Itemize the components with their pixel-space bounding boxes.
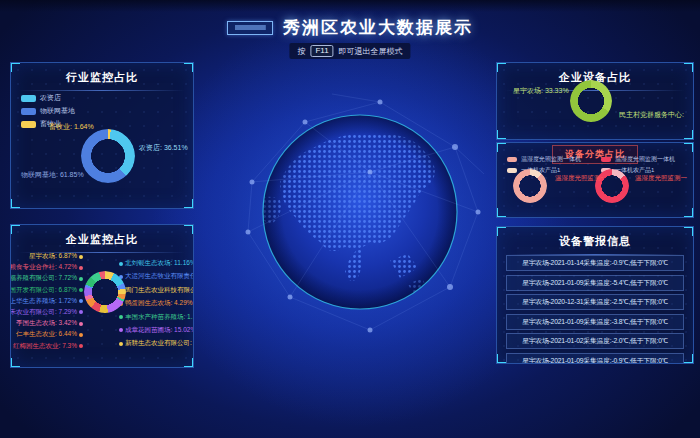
chart-label: 大运河生态牧业有限责任公 (119, 272, 193, 281)
chart-label: 新耕生态农业有限公司: 6.87% (119, 339, 193, 348)
legend-swatch (507, 168, 517, 173)
chart-label-category-left: 温湿度光照监测一 (555, 174, 603, 183)
chart-label-dot (79, 322, 83, 326)
chart-label: 红梅园生态农业: 7.3% (11, 342, 83, 351)
chart-label: 国开发有限公司: 6.87% (11, 286, 83, 295)
chart-label-dot (79, 333, 83, 337)
hint-prefix: 按 (297, 46, 305, 57)
chart-label-dot (79, 255, 83, 259)
chart-label-text: 星宇农场: 6.87% (29, 252, 77, 261)
chart-label-text: 成章花园苗圃场: 15.02% (125, 326, 193, 335)
chart-label-dot (119, 315, 123, 319)
chart-label: 季国生态农场: 3.42% (11, 319, 83, 328)
enterprise-labels-left: 星宇农场: 6.87% 彩虹粮食专业合作社: 4.72% 家福养殖有限公司: 7… (11, 252, 83, 351)
chart-label: 中禾农业有限公司: 7.29% (11, 308, 83, 317)
chart-label-xingyu-farm: 星宇农场: 33.33% (513, 86, 569, 96)
chart-label-dot (79, 299, 83, 303)
chart-label-text: 新耕生态农业有限公司: 6.87% (125, 339, 193, 348)
globe-continents (256, 115, 457, 309)
chart-label-dot (119, 262, 123, 266)
header: 秀洲区农业大数据展示 (0, 16, 700, 39)
legend-label: 农资店 (40, 93, 61, 103)
alert-row: 星宇农场-2020-12-31采集温度:-2.5℃,低于下限:0℃ (506, 294, 684, 310)
legend-label: 温湿度光照监测一体机 (521, 155, 581, 164)
chart-label: 北刘银生态农场: 11.16% (119, 259, 193, 268)
alert-row: 星宇农场-2021-01-09采集温度:-3.8℃,低于下限:0℃ (506, 314, 684, 330)
chart-label-text: 仁丰生态农业: 6.44% (16, 330, 77, 339)
chart-label-dot (79, 344, 83, 348)
legend-label: 物联网基地 (40, 106, 75, 116)
legend-item[interactable]: 农资店 (21, 93, 75, 103)
legend-item[interactable]: 物联网基地 (21, 106, 75, 116)
chart-label: 成章花园苗圃场: 15.02% (119, 326, 193, 335)
industry-donut-chart[interactable] (81, 129, 135, 183)
panel-device-share: 企业设备占比 星宇农场: 33.33% 民主村党群服务中心: (496, 62, 694, 140)
chart-label-dot (79, 277, 83, 281)
chart-label-text: 中禾农业有限公司: 7.29% (11, 308, 77, 317)
chart-label-text: 彩虹粮食专业合作社: 4.72% (11, 263, 77, 272)
legend-item[interactable]: 温湿度光照监测一体机 (601, 155, 675, 164)
chart-label-dot (79, 310, 83, 314)
chart-label-livestock: 畜牧业: 1.64% (49, 122, 94, 132)
alert-list: 星宇农场-2021-01-14采集温度:-0.9℃,低于下限:0℃ 星宇农场-2… (506, 255, 684, 364)
legend-swatch (21, 95, 36, 102)
legend-item[interactable]: 温湿度光照监测一体机 (507, 155, 581, 164)
chart-label-text: 上华生态养殖场: 1.72% (11, 297, 77, 306)
panel-title-alerts: 设备警报信息 (497, 227, 693, 254)
chart-label-category-right: 温湿度光照监测一 (635, 174, 691, 183)
globe-visualization (212, 64, 508, 360)
chart-label: 丰国水产种苗养殖场: 1. (119, 313, 193, 322)
hint-suffix: 即可退出全屏模式 (339, 46, 403, 57)
chart-label-text: 家福养殖有限公司: 7.72% (11, 274, 77, 283)
chart-label-dot (119, 342, 123, 346)
title-divider (19, 90, 185, 91)
chart-label-text: 国开发有限公司: 6.87% (11, 286, 77, 295)
chart-label: 上华生态养殖场: 1.72% (11, 297, 83, 306)
chart-label-iot-base: 物联网基地: 61.85% (21, 170, 84, 180)
enterprise-labels-right: 北刘银生态农场: 11.16% 大运河生态牧业有限责任公 陶门生态农业科技有限公… (119, 259, 193, 348)
chart-label: 彩虹粮食专业合作社: 4.72% (11, 263, 83, 272)
panel-industry-monitor: 行业监控占比 农资店 物联网基地 畜牧业 畜牧业: 1.64% (10, 62, 194, 209)
panel-device-category: 设备分类占比 温湿度光照监测一体机 一体机农产品1 温湿度光照监测一体机 (496, 142, 694, 218)
chart-label-agristore: 农资店: 36.51% (139, 143, 188, 153)
brand-badge (227, 21, 273, 35)
chart-label: 家福养殖有限公司: 7.72% (11, 274, 83, 283)
alert-row: 星宇农场-2021-01-09采集温度:-0.9℃,低于下限:0℃ (506, 353, 684, 365)
fullscreen-hint: 按 F11 即可退出全屏模式 (289, 43, 410, 59)
alert-row: 星宇农场-2021-01-02采集温度:-2.0℃,低于下限:0℃ (506, 333, 684, 349)
alert-row: 星宇农场-2021-01-09采集温度:-5.4℃,低于下限:0℃ (506, 275, 684, 291)
chart-label-text: 季国生态农场: 3.42% (16, 319, 77, 328)
top-bar (0, 0, 700, 12)
alert-row: 星宇农场-2021-01-14采集温度:-0.9℃,低于下限:0℃ (506, 255, 684, 271)
chart-label-service-center: 民主村党群服务中心: (619, 110, 689, 120)
chart-label-text: 大运河生态牧业有限责任公 (125, 272, 193, 281)
enterprise-donut-chart[interactable] (84, 271, 126, 313)
legend-label: 温湿度光照监测一体机 (615, 155, 675, 164)
chart-label: 星宇农场: 6.87% (11, 252, 83, 261)
chart-label-dot (119, 328, 123, 332)
chart-label-text: 北刘银生态农场: 11.16% (125, 259, 193, 268)
legend-swatch (507, 157, 517, 162)
chart-label: 鸭蛋园生态农场: 4.29% (119, 299, 193, 308)
legend-swatch (21, 121, 36, 128)
chart-label-dot (79, 288, 83, 292)
f11-key-badge: F11 (310, 45, 333, 57)
legend-swatch (601, 157, 611, 162)
device-share-donut-chart[interactable] (570, 80, 612, 122)
device-category-left-donut[interactable] (513, 169, 547, 203)
page-title: 秀洲区农业大数据展示 (283, 16, 473, 39)
panel-enterprise-monitor: 企业监控占比 星宇农场: 6.87% 彩虹粮食专业合作社: 4.72% 家福养殖… (10, 224, 194, 368)
panel-title-enterprise: 企业监控占比 (11, 225, 193, 252)
panel-title-industry: 行业监控占比 (11, 63, 193, 90)
chart-label-text: 陶门生态农业科技有限公 (125, 286, 193, 295)
chart-label: 仁丰生态农业: 6.44% (11, 330, 83, 339)
chart-label-text: 红梅园生态农业: 7.3% (13, 342, 77, 351)
legend-swatch (21, 108, 36, 115)
chart-label-text: 丰国水产种苗养殖场: 1. (125, 313, 193, 322)
panel-device-alerts: 设备警报信息 星宇农场-2021-01-14采集温度:-0.9℃,低于下限:0℃… (496, 226, 694, 364)
chart-label-dot (79, 266, 83, 270)
dashboard: 秀洲区农业大数据展示 按 F11 即可退出全屏模式 行业监控占比 农资店 物联网… (0, 0, 700, 438)
chart-label: 陶门生态农业科技有限公 (119, 286, 193, 295)
chart-label-text: 鸭蛋园生态农场: 4.29% (125, 299, 193, 308)
